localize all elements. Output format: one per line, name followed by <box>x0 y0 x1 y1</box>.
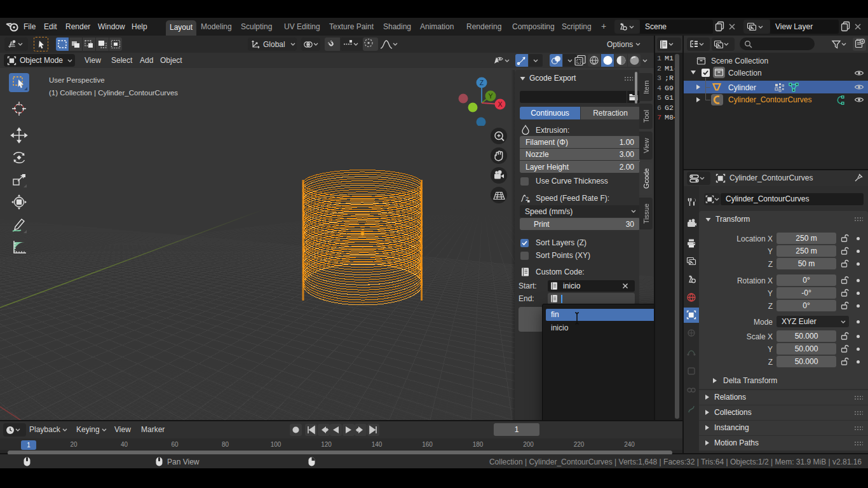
svg-text:X: X <box>498 100 502 108</box>
svg-text:Y: Y <box>488 92 492 100</box>
svg-text:Z: Z <box>480 79 484 86</box>
